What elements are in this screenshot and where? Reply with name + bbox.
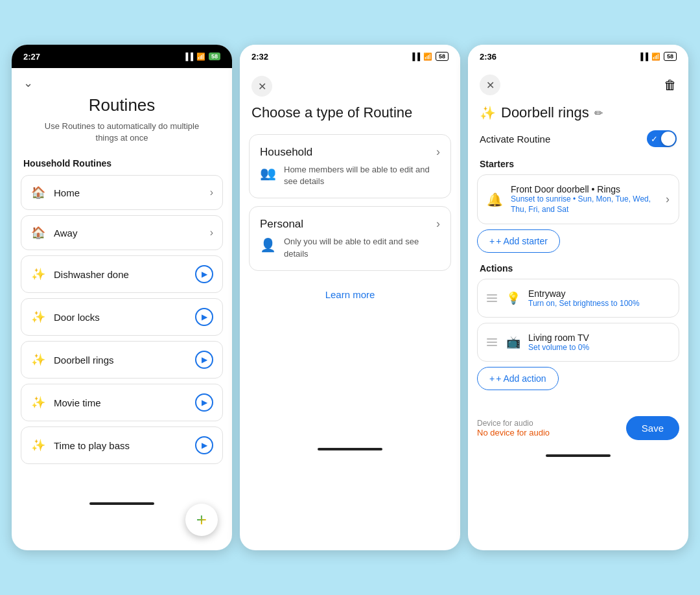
- audio-section: Device for audio No device for audio Sav…: [477, 416, 679, 440]
- routine-item-movietime[interactable]: ✨ Movie time ▶: [21, 384, 223, 421]
- routines-subtitle: Use Routines to automatically do multipl…: [43, 121, 201, 144]
- status-bar-2: 2:32 ▐▐ 📶 58: [240, 45, 460, 68]
- action-name-tv: Living room TV: [528, 332, 670, 343]
- wand-icon-movietime: ✨: [30, 395, 46, 410]
- signal-icon-3: ▐▐: [638, 52, 648, 60]
- routine-list: 🏠 Home › 🏠 Away › ✨ Dishwasher done ▶: [12, 175, 232, 464]
- personal-option-title: Personal: [260, 218, 303, 231]
- chevron-right-icon-away: ›: [210, 227, 213, 239]
- starter-card[interactable]: 🔔 Front Door doorbell • Rings Sunset to …: [477, 174, 679, 224]
- chevron-right-starter: ›: [666, 192, 670, 206]
- routines-title: Routines: [23, 95, 220, 115]
- plus-icon: +: [196, 511, 207, 529]
- add-starter-button[interactable]: + + Add starter: [477, 229, 560, 253]
- action-card-livingroomtv[interactable]: 📺 Living room TV Set volume to 0%: [477, 323, 679, 362]
- routine-item-dishwasher[interactable]: ✨ Dishwasher done ▶: [21, 255, 223, 293]
- doorbell-icon: 🔔: [487, 192, 503, 207]
- page-title: Doorbell rings: [501, 104, 589, 121]
- home-indicator-2: [240, 430, 460, 449]
- routine-item-timetoplaybass[interactable]: ✨ Time to play bass ▶: [21, 426, 223, 464]
- routine-item-home[interactable]: 🏠 Home ›: [21, 175, 223, 210]
- household-icon: 👥: [260, 165, 276, 181]
- add-routine-fab[interactable]: +: [185, 504, 218, 536]
- routine-item-away[interactable]: 🏠 Away ›: [21, 215, 223, 250]
- wifi-icon-3: 📶: [651, 52, 660, 61]
- play-icon-doorlocks[interactable]: ▶: [195, 308, 213, 326]
- screen-choose-type: 2:32 ▐▐ 📶 58 ✕ Choose a type of Routine …: [240, 45, 460, 550]
- personal-description: Only you will be able to edit and see de…: [284, 236, 440, 259]
- action-name-entryway: Entryway: [528, 288, 670, 299]
- edit-pencil-icon[interactable]: ✏: [594, 107, 603, 119]
- routine-item-doorlocks[interactable]: ✨ Door locks ▶: [21, 298, 223, 336]
- household-description: Home members will be able to edit and se…: [284, 164, 440, 187]
- title-row: ✨ Doorbell rings ✏: [468, 102, 688, 126]
- battery-3: 58: [664, 52, 677, 61]
- audio-value: No device for audio: [477, 428, 550, 438]
- audio-label: Device for audio: [477, 419, 550, 428]
- time-2: 2:32: [251, 52, 268, 62]
- activate-row: Activate Routine ✓: [468, 126, 688, 155]
- choose-type-title: Choose a type of Routine: [240, 104, 460, 134]
- status-bar-1: 2:27 ▐▐ 📶 58: [12, 45, 232, 68]
- activate-label: Activate Routine: [480, 134, 550, 145]
- chevron-right-personal: ›: [436, 217, 440, 231]
- action-card-entryway[interactable]: 💡 Entryway Turn on, Set brightness to 10…: [477, 279, 679, 318]
- starter-name: Front Door doorbell • Rings: [511, 184, 666, 194]
- toggle-knob: [661, 132, 675, 146]
- chevron-down-icon[interactable]: ⌄: [23, 76, 220, 90]
- routine-item-doorbellrings[interactable]: ✨ Doorbell rings ▶: [21, 341, 223, 379]
- screen-doorbell-detail: 2:36 ▐▐ 📶 58 ✕ 🗑 ✨ Doorbell rings ✏ Acti…: [468, 45, 688, 550]
- wand-icon-timetoplaybass: ✨: [30, 438, 46, 453]
- play-icon-timetoplaybass[interactable]: ▶: [195, 436, 213, 454]
- tv-icon: 📺: [506, 335, 520, 349]
- wifi-icon-1: 📶: [196, 52, 205, 61]
- play-icon-doorbellrings[interactable]: ▶: [195, 351, 213, 369]
- close-button-3[interactable]: ✕: [480, 75, 500, 95]
- starter-detail: Sunset to sunrise • Sun, Mon, Tue, Wed, …: [511, 194, 666, 215]
- routine-name-home: Home: [54, 187, 80, 198]
- signal-icon-2: ▐▐: [410, 52, 420, 60]
- wand-icon-doorbellrings: ✨: [30, 352, 46, 368]
- screen2-header: ✕: [240, 68, 460, 104]
- status-icons-3: ▐▐ 📶 58: [638, 52, 677, 61]
- activate-toggle[interactable]: ✓: [647, 130, 677, 147]
- wifi-icon-2: 📶: [423, 52, 432, 61]
- type-option-household[interactable]: Household › 👥 Home members will be able …: [249, 134, 451, 198]
- routine-name-doorbellrings: Doorbell rings: [54, 355, 114, 366]
- home-indicator-3: [468, 445, 688, 460]
- routine-name-timetoplaybass: Time to play bass: [54, 440, 130, 451]
- add-starter-label: + Add starter: [496, 236, 548, 246]
- plus-icon-starter: +: [489, 236, 495, 246]
- drag-handle-entryway: [487, 294, 497, 302]
- action-detail-tv: Set volume to 0%: [528, 343, 670, 352]
- time-3: 2:36: [480, 52, 496, 62]
- delete-icon[interactable]: 🗑: [664, 78, 677, 93]
- battery-1: 58: [209, 52, 220, 60]
- close-button[interactable]: ✕: [251, 76, 272, 97]
- household-option-title: Household: [260, 146, 312, 159]
- play-icon-movietime[interactable]: ▶: [195, 393, 213, 412]
- toggle-check-icon: ✓: [651, 134, 658, 144]
- status-icons-1: ▐▐ 📶 58: [183, 52, 220, 61]
- signal-icon-1: ▐▐: [183, 52, 193, 60]
- status-bar-3: 2:36 ▐▐ 📶 58: [468, 45, 688, 68]
- home-icon: 🏠: [30, 185, 46, 200]
- play-icon-dishwasher[interactable]: ▶: [195, 265, 213, 283]
- routine-name-away: Away: [54, 228, 77, 239]
- save-button[interactable]: Save: [626, 416, 679, 440]
- screen-routines: 2:27 ▐▐ 📶 58 ⌄ Routines Use Routines to …: [12, 45, 232, 550]
- action-detail-entryway: Turn on, Set brightness to 100%: [528, 299, 670, 308]
- add-action-button[interactable]: + + Add action: [477, 367, 559, 390]
- bulb-icon-entryway: 💡: [506, 291, 520, 305]
- learn-more-link[interactable]: Learn more: [240, 289, 460, 300]
- wand-icon-title: ✨: [480, 105, 496, 121]
- household-routines-label: Household Routines: [12, 158, 232, 169]
- status-icons-2: ▐▐ 📶 58: [410, 52, 449, 61]
- plus-icon-action: +: [489, 373, 495, 384]
- wand-icon-doorlocks: ✨: [30, 309, 46, 325]
- screen3-header: ✕ 🗑: [468, 68, 688, 102]
- wand-icon-dishwasher: ✨: [30, 266, 46, 282]
- routine-name-dishwasher: Dishwasher done: [54, 269, 129, 280]
- chevron-right-household: ›: [436, 145, 440, 159]
- type-option-personal[interactable]: Personal › 👤 Only you will be able to ed…: [249, 206, 451, 270]
